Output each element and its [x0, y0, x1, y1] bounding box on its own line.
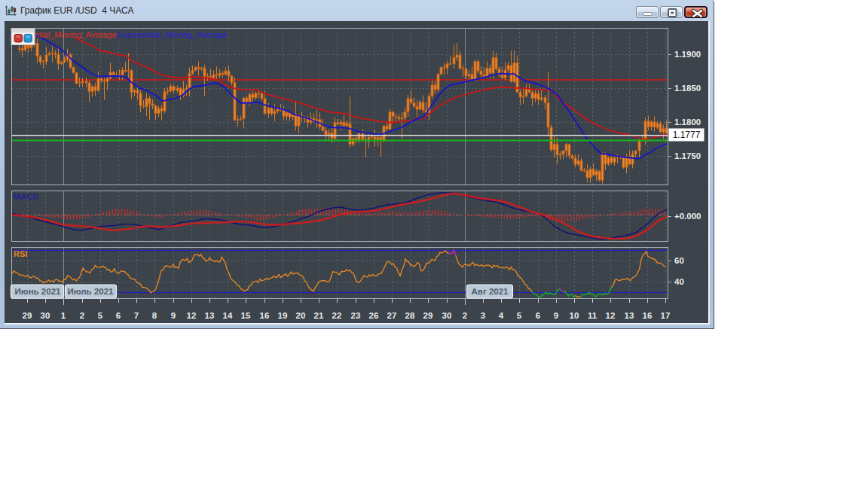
svg-text:8: 8	[152, 311, 157, 320]
svg-text:Июнь 2021: Июнь 2021	[15, 287, 61, 296]
svg-text:7: 7	[134, 311, 139, 320]
svg-text:1.1750: 1.1750	[674, 151, 701, 160]
svg-text:3: 3	[481, 311, 485, 320]
svg-text:Июль 2021: Июль 2021	[68, 287, 115, 296]
svg-text:28: 28	[405, 311, 415, 320]
svg-text:1: 1	[61, 311, 66, 320]
svg-text:23: 23	[351, 311, 361, 320]
svg-text:13: 13	[625, 311, 634, 320]
svg-text:Exponential_Moving_Average: Exponential_Moving_Average	[118, 30, 228, 39]
svg-text:5: 5	[98, 311, 103, 320]
svg-text:16: 16	[643, 311, 653, 320]
svg-text:29: 29	[23, 311, 32, 320]
svg-text:1.1900: 1.1900	[674, 50, 701, 59]
svg-text:17: 17	[661, 311, 671, 320]
svg-text:30: 30	[41, 311, 50, 320]
svg-text:6: 6	[116, 311, 121, 320]
svg-text:1.1777: 1.1777	[673, 130, 701, 140]
svg-text:9: 9	[171, 311, 176, 320]
svg-text:21: 21	[314, 311, 324, 320]
svg-text:13: 13	[205, 311, 215, 320]
svg-text:2: 2	[463, 311, 467, 320]
svg-text:6: 6	[536, 311, 540, 320]
svg-text:15: 15	[241, 311, 251, 320]
svg-text:12: 12	[187, 311, 197, 320]
svg-text:MACD: MACD	[14, 192, 38, 201]
svg-text:29: 29	[423, 311, 433, 320]
svg-text:10: 10	[570, 311, 579, 320]
svg-text:1.1800: 1.1800	[674, 117, 701, 127]
svg-text:ntial_Moving_Average: ntial_Moving_Average	[35, 30, 117, 39]
svg-text:19: 19	[278, 311, 288, 320]
svg-text:1.1850: 1.1850	[674, 84, 701, 93]
svg-text:11: 11	[588, 311, 598, 320]
svg-text:9: 9	[554, 311, 558, 320]
svg-text:27: 27	[387, 311, 397, 320]
svg-text:60: 60	[674, 256, 684, 265]
svg-text:Авг 2021: Авг 2021	[472, 287, 509, 296]
svg-text:4: 4	[499, 311, 504, 320]
svg-text:40: 40	[674, 277, 684, 286]
svg-text:16: 16	[260, 311, 270, 320]
svg-text:RSI: RSI	[14, 249, 27, 258]
svg-text:+0.000: +0.000	[674, 212, 701, 221]
svg-text:30: 30	[442, 311, 452, 320]
svg-text:26: 26	[369, 311, 379, 320]
svg-text:2: 2	[80, 311, 84, 320]
svg-text:12: 12	[606, 311, 616, 320]
svg-text:22: 22	[332, 311, 342, 320]
svg-text:14: 14	[223, 311, 233, 320]
svg-text:5: 5	[517, 311, 522, 320]
svg-text:20: 20	[296, 311, 306, 320]
